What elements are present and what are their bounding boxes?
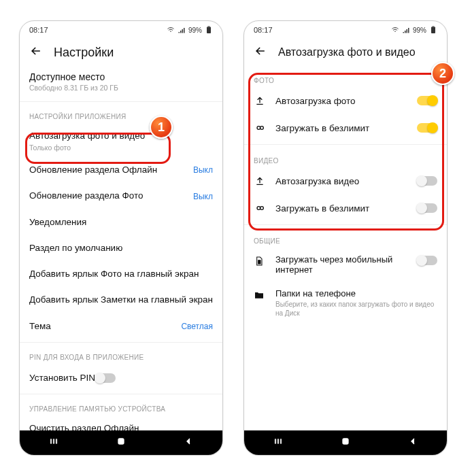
unlimited-photo-label: Загружать в безлимит <box>275 123 407 133</box>
badge-2-text: 2 <box>439 67 446 81</box>
row-auto-video[interactable]: Автозагрузка видео <box>244 167 447 194</box>
svg-rect-1 <box>208 27 210 27</box>
row-shortcut-photo[interactable]: Добавить ярлык Фото на главный экран <box>20 261 222 287</box>
phone-right: 08:17 99% Автозагрузка фото и видео ФОТО… <box>243 20 448 456</box>
row-unlimited-video[interactable]: Загружать в безлимит <box>244 194 447 222</box>
auto-video-label: Автозагрузка видео <box>275 176 407 186</box>
auto-photo-label: Автозагрузка фото <box>275 96 407 106</box>
status-bar: 08:17 99% <box>244 21 447 39</box>
row-theme[interactable]: Тема Светлая <box>20 313 222 339</box>
auto-video-switch[interactable] <box>417 176 437 186</box>
signal-icon <box>178 26 186 34</box>
section-memory: УПРАВЛЕНИЕ ПАМЯТЬЮ УСТРОЙСТВА <box>20 397 222 417</box>
section-pin: PIN ДЛЯ ВХОДА В ПРИЛОЖЕНИЕ <box>20 345 222 365</box>
nav-back[interactable] <box>407 436 418 449</box>
signal-icon <box>402 26 410 34</box>
callout-badge-1: 1 <box>150 116 173 139</box>
divider <box>20 101 222 102</box>
upload-icon <box>254 175 266 186</box>
theme-label: Тема <box>29 320 51 333</box>
mobile-upload-switch[interactable] <box>417 256 437 265</box>
app-bar: Настройки <box>20 39 222 67</box>
storage-row[interactable]: Доступное место Свободно 8.31 ГБ из 20 Г… <box>20 67 222 99</box>
row-clear-offline[interactable]: Очистить раздел Офлайн Занято: 0.0 КБ Св… <box>20 417 222 430</box>
svg-rect-0 <box>207 27 211 34</box>
clear-offline-label: Очистить раздел Офлайн <box>29 422 139 430</box>
row-offline-update[interactable]: Обновление раздела Офлайн Выкл <box>20 157 222 183</box>
row-shortcut-notes[interactable]: Добавить ярлык Заметки на главный экран <box>20 287 222 313</box>
page-title: Настройки <box>54 46 114 60</box>
battery-icon <box>429 26 437 34</box>
unlimited-photo-switch[interactable] <box>417 123 437 133</box>
svg-rect-5 <box>343 439 348 444</box>
row-folders[interactable]: Папки на телефоне Выберите, из каких пап… <box>244 282 447 324</box>
divider <box>20 342 222 343</box>
row-mobile-upload[interactable]: Загружать через мобильный интернет <box>244 248 447 282</box>
battery-icon <box>205 26 213 34</box>
unlimited-video-switch[interactable] <box>417 203 437 213</box>
shortcut-photo-label: Добавить ярлык Фото на главный экран <box>29 268 199 280</box>
pin-switch[interactable] <box>95 373 116 383</box>
section-video: ВИДЕО <box>244 148 447 167</box>
infinity-icon <box>254 122 266 133</box>
arrow-left-icon <box>254 44 267 58</box>
nav-recents[interactable] <box>48 436 59 449</box>
row-unlimited-photo[interactable]: Загружать в безлимит <box>244 114 447 141</box>
back-button[interactable] <box>254 44 267 61</box>
auto-photo-switch[interactable] <box>417 96 437 105</box>
app-bar: Автозагрузка фото и видео <box>244 39 447 67</box>
nav-recents[interactable] <box>273 436 284 449</box>
nav-back[interactable] <box>183 436 194 449</box>
section-photo: ФОТО <box>244 67 447 87</box>
unlimited-video-label: Загружать в безлимит <box>275 203 407 214</box>
svg-rect-4 <box>433 27 435 27</box>
default-section-label: Раздел по умолчанию <box>29 242 122 254</box>
divider <box>244 144 447 145</box>
android-navbar <box>244 430 447 455</box>
divider <box>20 394 222 394</box>
section-app-settings: НАСТРОЙКИ ПРИЛОЖЕНИЯ <box>20 105 222 124</box>
wifi-icon <box>167 26 175 34</box>
row-set-pin[interactable]: Установить PIN <box>20 365 222 391</box>
battery-pct: 99% <box>188 27 202 34</box>
divider <box>244 224 447 225</box>
android-navbar <box>20 430 222 455</box>
sim-icon <box>254 254 266 269</box>
folders-sub: Выберите, из каких папок загружать фото … <box>275 300 437 318</box>
theme-value: Светлая <box>181 322 213 331</box>
arrow-left-icon <box>29 44 43 58</box>
nav-home[interactable] <box>340 436 351 449</box>
offline-update-value: Выкл <box>193 165 213 175</box>
status-time: 08:17 <box>29 26 167 34</box>
battery-pct: 99% <box>413 27 426 34</box>
badge-1-text: 1 <box>158 120 165 135</box>
autoload-sub: Только фото <box>29 143 71 152</box>
shortcut-notes-label: Добавить ярлык Заметки на главный экран <box>29 294 213 306</box>
set-pin-label: Установить PIN <box>29 372 95 384</box>
photo-update-value: Выкл <box>193 192 213 201</box>
svg-rect-3 <box>431 27 435 34</box>
folder-icon <box>254 288 266 303</box>
autoload-title: Автозагрузка фото и видео <box>29 130 145 142</box>
row-default-section[interactable]: Раздел по умолчанию <box>20 235 222 261</box>
storage-sub: Свободно 8.31 ГБ из 20 ГБ <box>29 84 213 92</box>
row-autoload-photo-video[interactable]: Автозагрузка фото и видео Только фото <box>20 124 222 157</box>
status-icons: 99% <box>391 26 437 34</box>
infinity-icon <box>254 203 266 214</box>
back-button[interactable] <box>29 44 43 61</box>
row-notifications[interactable]: Уведомления <box>20 209 222 235</box>
svg-rect-2 <box>118 439 124 444</box>
row-auto-photo[interactable]: Автозагрузка фото <box>244 87 447 114</box>
status-time: 08:17 <box>254 26 391 34</box>
row-photo-update[interactable]: Обновление раздела Фото Выкл <box>20 183 222 209</box>
mobile-upload-label: Загружать через мобильный интернет <box>275 254 407 275</box>
offline-update-label: Обновление раздела Офлайн <box>29 164 157 176</box>
wifi-icon <box>391 26 399 34</box>
folders-title: Папки на телефоне <box>275 288 437 299</box>
phone-left: 08:17 99% Настройки Доступное место Своб… <box>19 20 223 456</box>
callout-badge-2: 2 <box>431 62 454 85</box>
nav-home[interactable] <box>116 436 127 449</box>
status-icons: 99% <box>167 26 213 34</box>
autoload-settings: ФОТО Автозагрузка фото Загружать в безли… <box>244 67 447 430</box>
section-general: ОБЩИЕ <box>244 228 447 248</box>
